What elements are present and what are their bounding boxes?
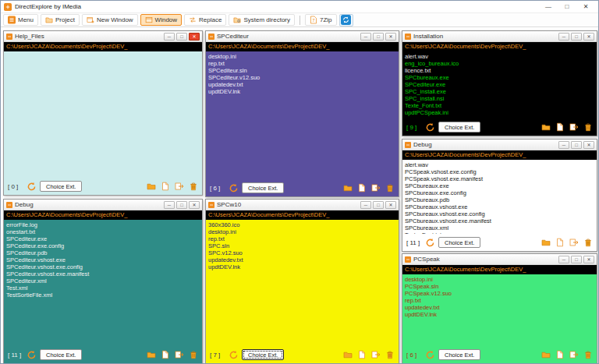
file-item[interactable]: desktop.ini — [208, 53, 396, 60]
file-item[interactable]: updtDEV.lnk — [405, 311, 594, 318]
file-item[interactable]: updatedev.txt — [208, 256, 396, 263]
file-item[interactable]: SPC.v12.suo — [208, 249, 396, 256]
copy-icon[interactable] — [161, 350, 170, 359]
file-item[interactable]: SPCediteur.xml — [6, 277, 200, 284]
copy-icon[interactable] — [555, 350, 565, 359]
child-titlebar[interactable]: Installation ─ □ ✕ — [402, 31, 597, 42]
file-item[interactable]: 360x360.ico — [208, 221, 396, 228]
child-maximize-button[interactable]: □ — [176, 33, 187, 41]
file-item[interactable]: SPC_install.exe — [405, 88, 594, 95]
child-maximize-button[interactable]: □ — [176, 201, 187, 209]
file-item[interactable]: SPCbureaux.vshost.exe.manifest — [405, 217, 594, 224]
folder-icon[interactable] — [147, 350, 156, 359]
child-minimize-button[interactable]: ─ — [360, 201, 371, 209]
choice-ext-button[interactable]: Choice Ext. — [438, 349, 480, 360]
choice-ext-button[interactable]: Choice Ext. — [40, 349, 82, 360]
path-bar[interactable]: C:\Users\JCAZA\Documents\DevProject\DEV_ — [206, 210, 399, 220]
file-item[interactable]: SPCbureaux.exe — [405, 182, 594, 189]
child-close-button[interactable]: ✕ — [583, 256, 594, 263]
file-item[interactable]: eng_ico_bureaux.ico — [405, 60, 594, 67]
path-bar[interactable]: C:\Users\JCAZA\Documents\DevProject\DEV_ — [402, 150, 597, 160]
file-item[interactable]: updatedev.txt — [405, 304, 594, 311]
file-item[interactable]: SPCbureaux.exe.config — [405, 189, 594, 196]
toolbar-button-new-window[interactable]: New Window — [82, 14, 138, 26]
child-titlebar[interactable]: Debug ─ □ ✕ — [4, 200, 202, 210]
child-maximize-button[interactable]: □ — [373, 201, 384, 209]
child-maximize-button[interactable]: □ — [571, 141, 582, 149]
copy-icon[interactable] — [357, 183, 367, 193]
file-item[interactable]: SPCbureaux.exe — [405, 74, 594, 81]
child-close-button[interactable]: ✕ — [583, 33, 594, 41]
child-minimize-button[interactable]: ─ — [558, 33, 569, 41]
file-item[interactable]: licence.txt — [405, 67, 594, 74]
file-item[interactable]: desktop.ini — [208, 228, 396, 235]
file-item[interactable]: rep.txt — [208, 60, 396, 67]
file-item[interactable]: TestSortieFile.xml — [6, 292, 200, 299]
file-item[interactable]: SPC_install.nsi — [405, 95, 594, 102]
maximize-button[interactable]: □ — [558, 2, 576, 12]
toolbar-button-system-directory[interactable]: System directory — [229, 14, 295, 26]
choice-ext-button[interactable]: Choice Ext. — [438, 122, 480, 133]
export-icon[interactable] — [569, 238, 579, 247]
file-item[interactable]: errorFile.log — [6, 221, 200, 228]
toolbar-button-project[interactable]: Project — [41, 14, 80, 26]
choice-ext-button[interactable]: Choice Ext. — [242, 182, 284, 193]
refresh-icon[interactable] — [27, 350, 37, 360]
child-maximize-button[interactable]: □ — [571, 33, 582, 41]
child-maximize-button[interactable]: □ — [373, 33, 384, 41]
file-item[interactable]: PCSpeak.vshost.exe.manifest — [405, 175, 594, 182]
path-bar[interactable]: C:\Users\JCAZA\Documents\DevProject\DEV_ — [4, 210, 202, 220]
file-item[interactable]: updtPCSpeak.ini — [405, 109, 594, 116]
file-item[interactable]: SPCediteur.exe — [6, 235, 200, 242]
file-item[interactable]: onestart.txt — [6, 228, 200, 235]
child-titlebar[interactable]: Debug ─ □ ✕ — [402, 140, 597, 150]
folder-icon[interactable] — [147, 182, 156, 191]
export-icon[interactable] — [569, 122, 579, 132]
export-icon[interactable] — [371, 183, 381, 193]
folder-icon[interactable] — [541, 238, 551, 247]
toolbar-button-7zip[interactable]: 7 7Zip — [305, 14, 337, 26]
child-maximize-button[interactable]: □ — [571, 256, 582, 263]
export-icon[interactable] — [175, 182, 184, 191]
path-bar[interactable]: C:\Users\JCAZA\Documents\DevProject\DEV_ — [402, 265, 597, 274]
child-titlebar[interactable]: Help_Files ─ □ ✕ — [4, 31, 202, 42]
file-item[interactable]: PCSpeak.v12.suo — [405, 290, 594, 297]
delete-icon[interactable] — [583, 350, 593, 359]
child-minimize-button[interactable]: ─ — [558, 256, 569, 263]
delete-icon[interactable] — [583, 238, 593, 247]
export-icon[interactable] — [371, 350, 381, 359]
file-item[interactable]: SPCediteur.vshost.exe.config — [6, 263, 200, 270]
child-minimize-button[interactable]: ─ — [360, 33, 371, 41]
copy-icon[interactable] — [357, 350, 367, 359]
child-minimize-button[interactable]: ─ — [558, 141, 569, 149]
file-item[interactable]: PCSpeak.sln — [405, 283, 594, 290]
file-item[interactable]: alert.wav — [405, 53, 594, 60]
file-item[interactable]: SPCediteur.vshost.exe.manifest — [6, 270, 200, 277]
toolbar-button-window[interactable]: Window — [140, 14, 182, 26]
path-bar[interactable]: C:\Users\JCAZA\Documents\DevProject\DEV_ — [402, 42, 597, 51]
file-item[interactable]: SPCediteur.vshost.exe — [6, 256, 200, 263]
export-icon[interactable] — [569, 350, 579, 359]
delete-icon[interactable] — [385, 350, 395, 359]
copy-icon[interactable] — [161, 182, 170, 191]
file-item[interactable]: SPCbureaux.pdb — [405, 196, 594, 203]
file-item[interactable]: SPCediteur.exe — [405, 81, 594, 88]
choice-ext-button[interactable]: Choice Ext. — [40, 181, 82, 192]
file-item[interactable]: PCSpeak.vshost.exe.config — [405, 168, 594, 175]
child-titlebar[interactable]: SPCw10 ─ □ ✕ — [206, 200, 399, 210]
copy-icon[interactable] — [555, 238, 565, 247]
file-item[interactable]: SPCbureaux.xml — [405, 224, 594, 231]
file-item[interactable]: rep.txt — [405, 297, 594, 304]
refresh-icon[interactable] — [229, 350, 239, 360]
export-icon[interactable] — [175, 350, 184, 359]
child-titlebar[interactable]: PCSpeak ─ □ ✕ — [402, 254, 597, 265]
sync-button[interactable] — [339, 14, 353, 27]
refresh-icon[interactable] — [425, 350, 435, 360]
child-close-button[interactable]: ✕ — [385, 201, 396, 209]
file-item[interactable]: desktop.ini — [405, 276, 594, 283]
folder-icon[interactable] — [343, 350, 353, 359]
child-close-button[interactable]: ✕ — [189, 33, 200, 41]
file-item[interactable]: updtDEV.lnk — [208, 263, 396, 270]
refresh-icon[interactable] — [425, 238, 435, 248]
file-item[interactable]: SPCediteur.v12.suo — [208, 74, 396, 81]
